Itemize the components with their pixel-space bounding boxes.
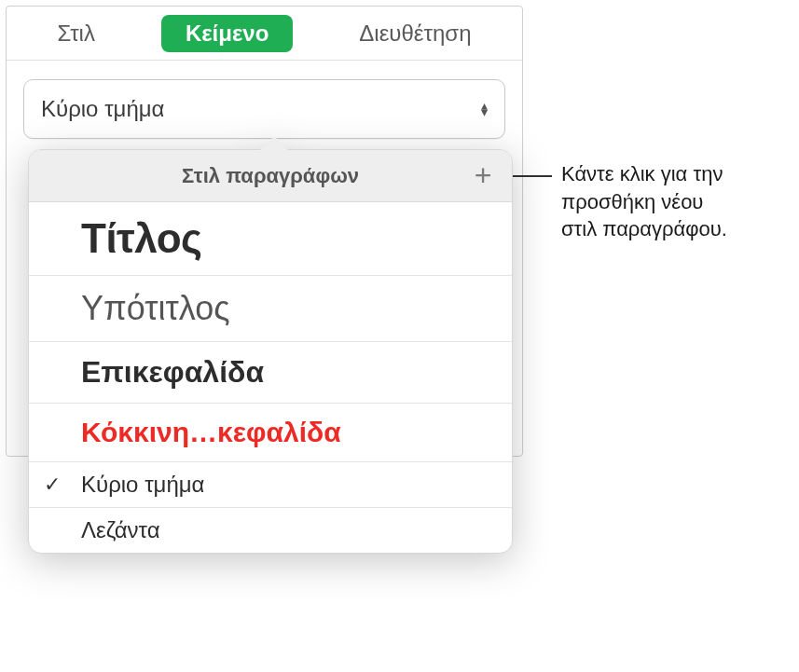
popover-title: Στιλ παραγράφων: [182, 164, 359, 188]
style-item-body-label: Κύριο τμήμα: [81, 472, 205, 497]
add-style-button[interactable]: +: [467, 160, 499, 192]
style-item-subtitle[interactable]: Υπότιτλος: [29, 276, 512, 342]
style-item-caption[interactable]: Λεζάντα: [29, 508, 512, 553]
callout-line3: στιλ παραγράφου.: [561, 217, 727, 240]
tab-style[interactable]: Στιλ: [40, 15, 112, 52]
style-item-body[interactable]: ✓ Κύριο τμήμα: [29, 462, 512, 508]
tab-arrange[interactable]: Διευθέτηση: [342, 15, 488, 52]
style-item-heading[interactable]: Επικεφαλίδα: [29, 342, 512, 404]
popover-header: Στιλ παραγράφων +: [29, 150, 512, 202]
checkmark-icon: ✓: [44, 473, 61, 497]
callout-line2: προσθήκη νέου: [561, 190, 703, 213]
popover-arrow-icon: [259, 136, 289, 151]
callout-line1: Κάντε κλικ για την: [561, 162, 723, 185]
plus-icon: +: [475, 158, 492, 193]
tab-text[interactable]: Κείμενο: [161, 15, 293, 52]
paragraph-style-current: Κύριο τμήμα: [41, 96, 165, 122]
tab-bar: Στιλ Κείμενο Διευθέτηση: [7, 7, 522, 61]
style-item-title[interactable]: Τίτλος: [29, 202, 512, 276]
updown-chevron-icon: ▴ ▾: [481, 103, 488, 116]
style-list: Τίτλος Υπότιτλος Επικεφαλίδα Κόκκινη…κεφ…: [29, 202, 512, 553]
callout-text: Κάντε κλικ για την προσθήκη νέου στιλ πα…: [561, 160, 794, 243]
style-item-red-heading[interactable]: Κόκκινη…κεφαλίδα: [29, 404, 512, 462]
paragraph-style-selector[interactable]: Κύριο τμήμα ▴ ▾: [23, 79, 505, 139]
paragraph-styles-popover: Στιλ παραγράφων + Τίτλος Υπότιτλος Επικε…: [28, 149, 513, 554]
